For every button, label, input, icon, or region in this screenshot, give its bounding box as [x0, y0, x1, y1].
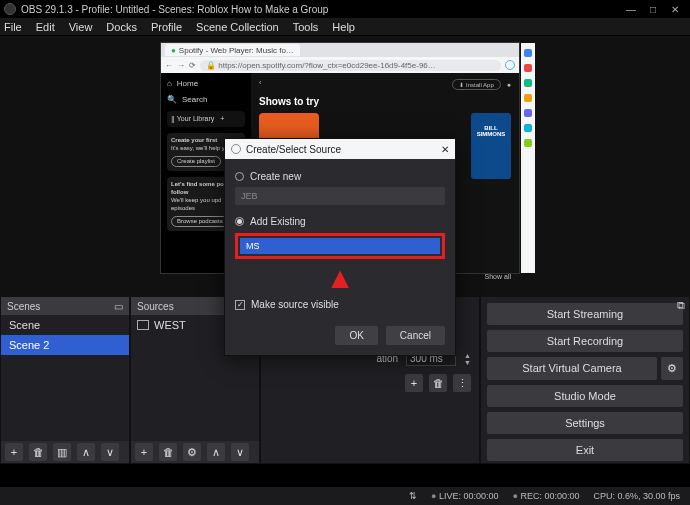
edge-tool-4-icon[interactable] — [524, 94, 532, 102]
source-props-button[interactable]: ⚙ — [183, 443, 201, 461]
exit-button[interactable]: Exit — [487, 439, 683, 461]
dialog-title: Create/Select Source — [246, 144, 341, 155]
settings-button[interactable]: Settings — [487, 412, 683, 434]
menu-bar: File Edit View Docks Profile Scene Colle… — [0, 18, 690, 36]
existing-source-item[interactable]: MS — [240, 238, 440, 254]
close-button[interactable]: ✕ — [664, 4, 686, 15]
transition-remove-button[interactable]: 🗑 — [429, 374, 447, 392]
nav-search[interactable]: 🔍 Search — [167, 95, 245, 104]
status-rec: ● REC: 00:00:00 — [512, 491, 579, 501]
cancel-button[interactable]: Cancel — [386, 326, 445, 345]
controls-dock-icon[interactable]: ⧉ — [677, 299, 685, 312]
create-select-source-dialog: Create/Select Source ✕ Create new Add Ex… — [224, 138, 456, 356]
browse-podcasts-button[interactable]: Browse podcasts — [171, 216, 229, 228]
dialog-icon — [231, 144, 241, 154]
menu-docks[interactable]: Docks — [106, 21, 137, 33]
show-all-link[interactable]: Show all — [485, 273, 511, 280]
network-icon: ⇅ — [409, 491, 417, 501]
status-cpu: CPU: 0.6%, 30.00 fps — [593, 491, 680, 501]
scenes-panel: Scenes▭ Scene Scene 2 + 🗑 ▥ ∧ ∨ — [0, 296, 130, 464]
transition-add-button[interactable]: + — [405, 374, 423, 392]
transition-props-button[interactable]: ⋮ — [453, 374, 471, 392]
browser-tab[interactable]: ●Spotify - Web Player: Music fo… — [165, 44, 300, 56]
edge-tool-5-icon[interactable] — [524, 109, 532, 117]
scene-item[interactable]: Scene — [1, 315, 129, 335]
source-remove-button[interactable]: 🗑 — [159, 443, 177, 461]
create-playlist-button[interactable]: Create playlist — [171, 156, 221, 168]
add-existing-radio[interactable]: Add Existing — [235, 216, 445, 227]
edge-tool-6-icon[interactable] — [524, 124, 532, 132]
menu-profile[interactable]: Profile — [151, 21, 182, 33]
app-icon — [4, 3, 16, 15]
url-field[interactable]: 🔒 https://open.spotify.com/?flow_ctx=e0c… — [200, 60, 501, 71]
edge-sidebar — [521, 43, 535, 273]
start-virtual-camera-button[interactable]: Start Virtual Camera — [487, 357, 657, 380]
nav-fwd-icon[interactable]: → — [177, 61, 185, 70]
edge-tool-1-icon[interactable] — [524, 49, 532, 57]
create-new-radio[interactable]: Create new — [235, 171, 445, 182]
scene-filter-button[interactable]: ▥ — [53, 443, 71, 461]
install-app-button[interactable]: ⬇ Install App — [452, 79, 500, 90]
scenes-popout-icon[interactable]: ▭ — [114, 301, 123, 312]
scene-remove-button[interactable]: 🗑 — [29, 443, 47, 461]
make-visible-checkbox[interactable]: ✓Make source visible — [235, 299, 445, 310]
source-type-icon — [137, 320, 149, 330]
menu-edit[interactable]: Edit — [36, 21, 55, 33]
start-recording-button[interactable]: Start Recording — [487, 330, 683, 352]
edge-tool-2-icon[interactable] — [524, 64, 532, 72]
edge-tool-7-icon[interactable] — [524, 139, 532, 147]
browser-tabstrip: ●Spotify - Web Player: Music fo… — [161, 43, 519, 57]
edge-icon[interactable] — [505, 60, 515, 70]
scene-item-selected[interactable]: Scene 2 — [1, 335, 129, 355]
section-heading: Shows to try — [259, 96, 511, 107]
source-up-button[interactable]: ∧ — [207, 443, 225, 461]
scenes-title: Scenes — [7, 301, 40, 312]
nav-library[interactable]: ‖ Your Library + — [167, 111, 245, 127]
maximize-button[interactable]: □ — [642, 4, 664, 15]
source-down-button[interactable]: ∨ — [231, 443, 249, 461]
source-name-input[interactable] — [235, 187, 445, 205]
podcast-card-bill-simmons[interactable]: BILL SIMMONS — [471, 113, 511, 179]
menu-help[interactable]: Help — [332, 21, 355, 33]
menu-file[interactable]: File — [4, 21, 22, 33]
menu-tools[interactable]: Tools — [293, 21, 319, 33]
window-title: OBS 29.1.3 - Profile: Untitled - Scenes:… — [21, 4, 328, 15]
menu-scene-collection[interactable]: Scene Collection — [196, 21, 279, 33]
status-live: ● LIVE: 00:00:00 — [431, 491, 498, 501]
window-titlebar: OBS 29.1.3 - Profile: Untitled - Scenes:… — [0, 0, 690, 18]
source-add-button[interactable]: + — [135, 443, 153, 461]
back-icon[interactable]: ‹ — [259, 79, 261, 90]
sources-title: Sources — [137, 301, 174, 312]
nav-home[interactable]: ⌂ Home — [167, 79, 245, 88]
controls-panel: ⧉ Start Streaming Start Recording Start … — [480, 296, 690, 464]
scene-add-button[interactable]: + — [5, 443, 23, 461]
existing-highlight: MS — [235, 233, 445, 259]
scene-down-button[interactable]: ∨ — [101, 443, 119, 461]
minimize-button[interactable]: — — [620, 4, 642, 15]
user-avatar-icon[interactable]: ● — [507, 81, 511, 88]
annotation-arrow-icon: ▲ — [235, 263, 445, 293]
menu-view[interactable]: View — [69, 21, 93, 33]
studio-mode-button[interactable]: Studio Mode — [487, 385, 683, 407]
virtual-camera-settings-button[interactable]: ⚙ — [661, 357, 683, 380]
status-bar: ⇅ ● LIVE: 00:00:00 ● REC: 00:00:00 CPU: … — [0, 487, 690, 505]
ok-button[interactable]: OK — [335, 326, 377, 345]
scene-up-button[interactable]: ∧ — [77, 443, 95, 461]
edge-tool-3-icon[interactable] — [524, 79, 532, 87]
browser-urlbar: ← → ⟳ 🔒 https://open.spotify.com/?flow_c… — [161, 57, 519, 73]
nav-reload-icon[interactable]: ⟳ — [189, 61, 196, 70]
nav-back-icon[interactable]: ← — [165, 61, 173, 70]
start-streaming-button[interactable]: Start Streaming — [487, 303, 683, 325]
duration-spinner[interactable]: ▲▼ — [464, 352, 471, 366]
dialog-close-button[interactable]: ✕ — [441, 144, 449, 155]
